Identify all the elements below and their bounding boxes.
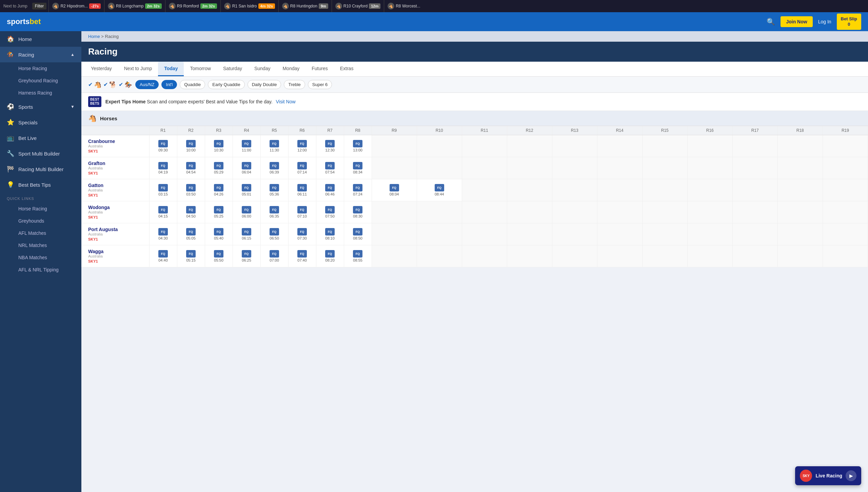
race-cell-r1[interactable]: FQ 04:30 [149, 223, 177, 245]
tab-today[interactable]: Today [158, 62, 184, 76]
filter-pill-intl[interactable]: Int'l [161, 80, 177, 89]
race-cell-r5[interactable]: FQ 05:36 [260, 179, 288, 201]
venue-name[interactable]: Grafton [88, 161, 142, 166]
venue-name[interactable]: Wodonga [88, 205, 142, 210]
race-cell-r4[interactable]: FQ 06:25 [233, 245, 260, 267]
race-cell-r6[interactable]: FQ 06:11 [288, 179, 316, 201]
race-cell-r4[interactable]: FQ 06:04 [233, 157, 260, 179]
race-cell-r8[interactable]: FQ 08:50 [344, 223, 372, 245]
race-cell-r4[interactable]: FQ 06:15 [233, 223, 260, 245]
sidebar-item-home[interactable]: 🏠 Home [0, 31, 81, 47]
race-cell-r3[interactable]: FQ 05:25 [205, 201, 233, 223]
sidebar-item-ql-greyhounds[interactable]: Greyhounds [0, 215, 81, 227]
sidebar-item-ql-nba-matches[interactable]: NBA Matches [0, 251, 81, 264]
tab-next-to-jump[interactable]: Next to Jump [118, 62, 158, 76]
race-cell-r7[interactable]: FQ 12:30 [316, 135, 344, 157]
play-button[interactable]: ▶ [846, 470, 856, 481]
race-cell-r3[interactable]: FQ 04:26 [205, 179, 233, 201]
greyhound-filter-btn[interactable]: ✔ 🐕 [103, 81, 117, 88]
race-cell-r6[interactable]: FQ 07:10 [288, 201, 316, 223]
race-cell-r1[interactable]: FQ 09:30 [149, 135, 177, 157]
race-cell-r8[interactable]: FQ 07:24 [344, 179, 372, 201]
sidebar-item-ql-afl-nrl-tipping[interactable]: AFL & NRL Tipping [0, 264, 81, 276]
ticker-item[interactable]: 🐴 R8 Huntingdon 9m [278, 0, 332, 12]
sidebar-item-greyhound-racing[interactable]: Greyhound Racing [0, 75, 81, 87]
sidebar-item-specials[interactable]: ⭐ Specials [0, 115, 81, 130]
search-button[interactable]: 🔍 [767, 18, 775, 26]
sidebar-item-ql-horse-racing[interactable]: Horse Racing [0, 203, 81, 215]
bet-slip-button[interactable]: Bet Slip 0 [837, 14, 861, 29]
tab-saturday[interactable]: Saturday [217, 62, 248, 76]
race-cell-r2[interactable]: FQ 05:05 [177, 223, 205, 245]
race-cell-r5[interactable]: FQ 06:39 [260, 157, 288, 179]
ticker-item[interactable]: 🐴 R8 Longchamp 2m 32s [104, 0, 165, 12]
harness-filter-btn[interactable]: ✔ 🏇 [119, 81, 132, 88]
race-cell-r1[interactable]: FQ 04:40 [149, 245, 177, 267]
sidebar-item-sports[interactable]: ⚽ Sports ▼ [0, 99, 81, 115]
filter-pill-daily-double[interactable]: Daily Double [248, 80, 281, 89]
tab-extras[interactable]: Extras [334, 62, 360, 76]
race-cell-r3[interactable]: FQ 05:40 [205, 223, 233, 245]
race-cell-r7[interactable]: FQ 07:50 [316, 201, 344, 223]
race-cell-r8[interactable]: FQ 08:34 [344, 157, 372, 179]
race-cell-r8[interactable]: FQ 08:30 [344, 201, 372, 223]
race-cell-r3[interactable]: FQ 05:50 [205, 245, 233, 267]
filter-button[interactable]: Filter [32, 3, 47, 9]
filter-pill-aus-nz[interactable]: Aus/NZ [135, 80, 159, 89]
sidebar-item-sport-multi-builder[interactable]: 🔧 Sport Multi Builder [0, 146, 81, 161]
race-cell-r8[interactable]: FQ 08:55 [344, 245, 372, 267]
race-cell-r2[interactable]: FQ 05:15 [177, 245, 205, 267]
sidebar-item-racing[interactable]: 🏇 Racing ▲ [0, 47, 81, 62]
race-cell-r2[interactable]: FQ 04:50 [177, 201, 205, 223]
venue-name[interactable]: Wagga [88, 249, 142, 254]
venue-name[interactable]: Port Augusta [88, 227, 142, 232]
race-cell-r1[interactable]: FQ 04:15 [149, 201, 177, 223]
race-cell-r2[interactable]: FQ 03:50 [177, 179, 205, 201]
race-cell-r5[interactable]: FQ 07:00 [260, 245, 288, 267]
race-cell-r2[interactable]: FQ 04:54 [177, 157, 205, 179]
race-cell-r5[interactable]: FQ 06:35 [260, 201, 288, 223]
venue-name[interactable]: Gatton [88, 183, 142, 188]
tab-monday[interactable]: Monday [276, 62, 305, 76]
sidebar-item-best-bets-tips[interactable]: 💡 Best Bets Tips [0, 177, 81, 192]
expert-tips-link[interactable]: Visit Now [276, 99, 296, 104]
race-cell-r1[interactable]: FQ 03:15 [149, 179, 177, 201]
venue-name[interactable]: Cranbourne [88, 139, 142, 144]
sidebar-item-bet-live[interactable]: 📺 Bet Live [0, 130, 81, 146]
filter-pill-treble[interactable]: Treble [284, 80, 305, 89]
tab-sunday[interactable]: Sunday [248, 62, 276, 76]
sidebar-item-harness-racing[interactable]: Harness Racing [0, 87, 81, 99]
race-cell-r6[interactable]: FQ 07:30 [288, 223, 316, 245]
race-cell-r3[interactable]: FQ 05:29 [205, 157, 233, 179]
tab-yesterday[interactable]: Yesterday [85, 62, 118, 76]
race-cell-r6[interactable]: FQ 07:40 [288, 245, 316, 267]
race-cell-r5[interactable]: FQ 06:50 [260, 223, 288, 245]
race-cell-r9[interactable]: FQ 08:04 [372, 179, 417, 201]
race-cell-r8[interactable]: FQ 13:00 [344, 135, 372, 157]
race-cell-r7[interactable]: FQ 08:20 [316, 245, 344, 267]
race-cell-r3[interactable]: FQ 10:30 [205, 135, 233, 157]
race-cell-r4[interactable]: FQ 06:00 [233, 201, 260, 223]
race-cell-r6[interactable]: FQ 07:14 [288, 157, 316, 179]
sidebar-item-horse-racing[interactable]: Horse Racing [0, 62, 81, 75]
ticker-item[interactable]: 🐴 R2 Hipodrom... -27s [48, 0, 104, 12]
login-button[interactable]: Log In [818, 19, 831, 24]
tab-tomorrow[interactable]: Tomorrow [184, 62, 217, 76]
ticker-item[interactable]: 🐴 R1 San Isidro 4m 32s [220, 0, 278, 12]
sidebar-item-ql-afl-matches[interactable]: AFL Matches [0, 227, 81, 239]
race-cell-r2[interactable]: FQ 10:00 [177, 135, 205, 157]
race-cell-r4[interactable]: FQ 05:01 [233, 179, 260, 201]
sidebar-item-racing-multi-builder[interactable]: 🏁 Racing Multi Builder [0, 161, 81, 177]
filter-pill-early-quaddie[interactable]: Early Quaddie [208, 80, 244, 89]
live-racing-widget[interactable]: SKY Live Racing ▶ [795, 466, 861, 485]
race-cell-r10[interactable]: FQ 08:44 [417, 179, 462, 201]
race-cell-r4[interactable]: FQ 11:00 [233, 135, 260, 157]
filter-pill-quaddie[interactable]: Quaddie [180, 80, 205, 89]
ticker-item[interactable]: 🐴 R8 Worcest... [384, 0, 423, 12]
race-cell-r7[interactable]: FQ 07:54 [316, 157, 344, 179]
horse-filter-btn[interactable]: ✔ 🐴 [88, 81, 101, 88]
race-cell-r5[interactable]: FQ 11:30 [260, 135, 288, 157]
tab-futures[interactable]: Futures [305, 62, 334, 76]
race-cell-r1[interactable]: FQ 04:19 [149, 157, 177, 179]
race-cell-r7[interactable]: FQ 08:10 [316, 223, 344, 245]
